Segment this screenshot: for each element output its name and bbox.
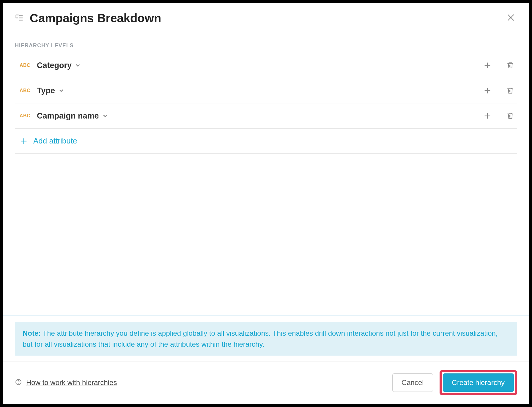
add-level-button[interactable] [482,85,493,96]
annotation-highlight: Create hierarchy [440,370,517,395]
type-badge-text-icon: ABC [20,63,32,68]
dialog-header: Campaigns Breakdown [3,3,529,36]
chevron-down-icon[interactable] [102,113,108,119]
dialog-body: HIERARCHY LEVELS ABC Category ABC Type [3,36,529,315]
add-attribute-label: Add attribute [33,136,77,146]
hierarchy-level-row: ABC Type [15,78,517,103]
delete-level-button[interactable] [505,86,515,96]
help-area: How to work with hierarchies [15,378,117,387]
screenshot-frame: Campaigns Breakdown HIERARCHY LEVELS ABC… [0,0,532,407]
plus-icon [20,137,28,145]
chevron-down-icon[interactable] [58,87,64,94]
hierarchy-level-row: ABC Campaign name [15,103,517,129]
hierarchy-level-row: ABC Category [15,53,517,78]
add-attribute-button[interactable]: Add attribute [15,129,517,154]
separator [3,315,529,316]
help-icon [15,378,22,387]
type-badge-text-icon: ABC [20,113,32,119]
hierarchy-dialog: Campaigns Breakdown HIERARCHY LEVELS ABC… [3,3,529,404]
delete-level-button[interactable] [505,60,515,70]
cancel-button[interactable]: Cancel [392,373,433,392]
hierarchy-icon [15,13,24,23]
dialog-title: Campaigns Breakdown [30,12,505,25]
chevron-down-icon[interactable] [75,62,81,69]
help-link[interactable]: How to work with hierarchies [26,378,117,387]
close-button[interactable] [505,11,517,25]
create-hierarchy-button[interactable]: Create hierarchy [443,373,514,392]
add-level-button[interactable] [482,111,493,121]
note-box: Note: The attribute hierarchy you define… [15,322,517,356]
dialog-footer: How to work with hierarchies Cancel Crea… [3,362,529,404]
note-text: The attribute hierarchy you define is ap… [23,329,498,348]
level-name[interactable]: Campaign name [37,111,99,121]
section-label: HIERARCHY LEVELS [15,42,517,49]
type-badge-text-icon: ABC [20,88,32,93]
level-name[interactable]: Category [37,61,72,70]
add-level-button[interactable] [482,60,493,71]
note-prefix: Note: [23,329,41,337]
svg-point-23 [18,383,19,384]
level-name[interactable]: Type [37,86,55,95]
delete-level-button[interactable] [505,111,515,121]
